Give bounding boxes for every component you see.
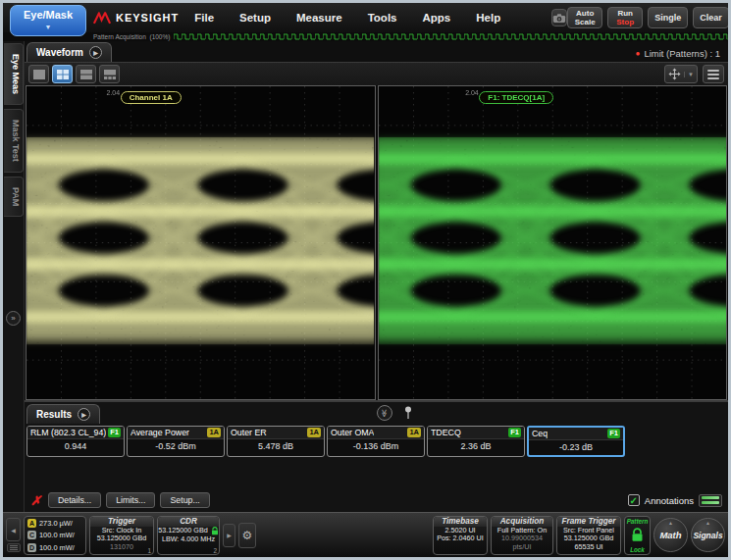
math-label: Math [659,530,681,540]
delete-measurement-icon[interactable]: ✗ [30,493,41,508]
chevron-down-icon: ▼ [45,22,52,32]
pattern-lock-indicator[interactable]: Pattern Lock [624,516,651,555]
sidebar-expand-button[interactable]: » [6,311,21,326]
timebase-panel[interactable]: Timebase 2.5020 UI Pos: 2.0460 UI [433,516,488,555]
autoscale-line2: Scale [575,18,596,26]
measurement-outer-oma[interactable]: Outer OMA 1A -0.136 dBm [327,426,425,457]
left-sidebar: Eye Meas Mask Test PAM » [3,41,25,512]
run-label: Run [617,9,633,18]
results-collapse-button[interactable]: ≫ [377,405,392,421]
f1-tdecq-label[interactable]: F1: TDECQ[1A] [479,91,553,104]
scroll-right-button[interactable]: ▶ [223,524,235,547]
color-grade-legend-button[interactable] [699,494,722,507]
channel-a-reading: A 273.0 µW/ [27,519,82,528]
menu-help[interactable]: Help [476,12,500,24]
source-badge: 1A [207,428,221,437]
sidebar-tab-pam[interactable]: PAM [4,177,24,217]
eye-diagram-f1-tdecq[interactable]: 2.04 F1: TDECQ[1A] [378,85,728,400]
sidebar-tab-mask-test[interactable]: Mask Test [4,109,24,173]
autoscale-button[interactable]: Auto Scale [567,7,602,28]
keysight-logo: KEYSIGHT [93,12,179,25]
pan-zoom-dropdown[interactable]: ▼ [684,72,694,77]
sidebar-tab-eye-meas[interactable]: Eye Meas [4,43,24,105]
measurement-value: -0.136 dBm [328,439,424,454]
move-arrows-icon [668,68,681,80]
annotations-checkbox[interactable]: ✓ [628,494,640,506]
acquisition-panel[interactable]: Acquisition Full Pattern: On 10.99000534… [491,516,553,555]
pattern-acquisition-bar: Pattern Acquisition (100%) [3,32,728,41]
cdr-title: CDR [158,517,219,527]
menu-apps[interactable]: Apps [422,12,450,24]
waveform-tab[interactable]: Waveform ▶ [26,42,112,62]
measurement-name: TDECQ [431,428,461,437]
measurement-name: RLM (802.3 CL_94) [30,428,106,437]
limit-status: ● Limit (Patterns) : 1 [636,48,728,62]
display-menu-button[interactable] [703,65,724,83]
frame-trigger-panel[interactable]: Frame Trigger Src: Front Panel 53.125000… [556,516,621,555]
measurement-value: 2.36 dB [428,439,524,454]
annotations-label: Annotations [645,495,694,506]
channel-d-value: 100.0 mW/ [39,543,75,552]
layout-toolbar: ▼ [25,62,728,85]
menu-measure[interactable]: Measure [296,12,342,24]
panel-corner-number: 1 [147,547,151,554]
status-bar: ◀ A 273.0 µW/ C 100.0 mW/ D 100.0 mW/ Tr… [3,512,728,557]
brand-name: KEYSIGHT [116,12,179,24]
layout-single-button[interactable] [28,65,49,83]
eye-diagram-channel-1a[interactable]: 2.04 Channel 1A [26,85,376,400]
mode-selector-button[interactable]: Eye/Mask ▼ [10,5,86,36]
stop-label: Stop [616,18,634,26]
panel-grip-handle[interactable] [7,543,21,552]
measurement-average-power[interactable]: Average Power 1A -0.52 dBm [127,426,225,457]
pattern-waveform-strip [174,32,728,41]
menu-tools[interactable]: Tools [368,12,397,24]
signals-button[interactable]: Signals [691,518,725,552]
details-button[interactable]: Details... [48,492,101,508]
channel-c-badge: C [27,531,36,539]
limit-label: Limit (Patterns) : 1 [644,48,720,59]
results-play-icon[interactable]: ▶ [78,408,90,421]
clear-button[interactable]: Clear [693,7,729,28]
layout-quad-button[interactable] [52,65,73,83]
menu-file[interactable]: File [194,12,214,24]
limits-button[interactable]: Limits... [106,492,155,508]
waveform-play-icon[interactable]: ▶ [89,46,102,59]
pin-icon[interactable] [404,406,412,420]
acquisition-density: 10.99000534 pts/UI [492,535,552,551]
titlebar-actions: Auto Scale Run Stop Single Clear [567,7,731,29]
app-window: Eye/Mask ▼ KEYSIGHT File Setup Measure T… [0,0,731,560]
source-badge: 1A [307,428,321,437]
acquisition-title: Acquisition [492,517,552,527]
measurement-ceq[interactable]: Ceq F1 -0.23 dB [527,426,625,457]
results-tab[interactable]: Results ▶ [26,404,100,424]
settings-gear-button[interactable]: ⚙ [238,523,256,548]
screenshot-button[interactable] [551,9,567,26]
keysight-spark-icon [93,12,111,25]
title-bar: Eye/Mask ▼ KEYSIGHT File Setup Measure T… [3,3,728,32]
autoscale-line1: Auto [576,9,594,18]
trigger-panel[interactable]: Trigger Src: Clock In 53.125000 GBd 1310… [89,516,154,555]
source-badge: F1 [508,428,521,437]
single-button[interactable]: Single [648,7,688,28]
channel-readings-panel[interactable]: A 273.0 µW/ C 100.0 mW/ D 100.0 mW/ [24,516,86,555]
layout-one-plus-three-button[interactable] [99,65,120,83]
scroll-left-button[interactable]: ◀ [6,518,21,541]
source-badge: 1A [407,428,421,437]
setup-button[interactable]: Setup... [160,492,209,508]
pan-zoom-button[interactable]: ▼ [664,65,698,83]
results-header: Results ▶ ≫ [25,402,728,424]
layout-stacked-button[interactable] [76,65,96,83]
channel-1a-label[interactable]: Channel 1A [121,91,182,104]
math-button[interactable]: Math [653,518,688,552]
waveform-tab-row: Waveform ▶ ● Limit (Patterns) : 1 [25,41,728,62]
measurement-rlm[interactable]: RLM (802.3 CL_94) F1 0.944 [26,426,125,457]
measurement-outer-er[interactable]: Outer ER 1A 5.478 dB [227,426,325,457]
results-panel: Results ▶ ≫ RLM (802.3 CL_94) F [25,400,728,512]
mode-label: Eye/Mask [24,10,73,21]
run-stop-button[interactable]: Run Stop [607,7,643,28]
cdr-panel[interactable]: CDR 53.125000 GBd LBW: 4.000 MHz 2 [157,516,220,555]
measurement-name: Outer OMA [331,428,374,437]
menu-setup[interactable]: Setup [239,12,271,24]
menu-bar: File Setup Measure Tools Apps Help [194,12,500,24]
measurement-tdecq[interactable]: TDECQ F1 2.36 dB [427,426,525,457]
